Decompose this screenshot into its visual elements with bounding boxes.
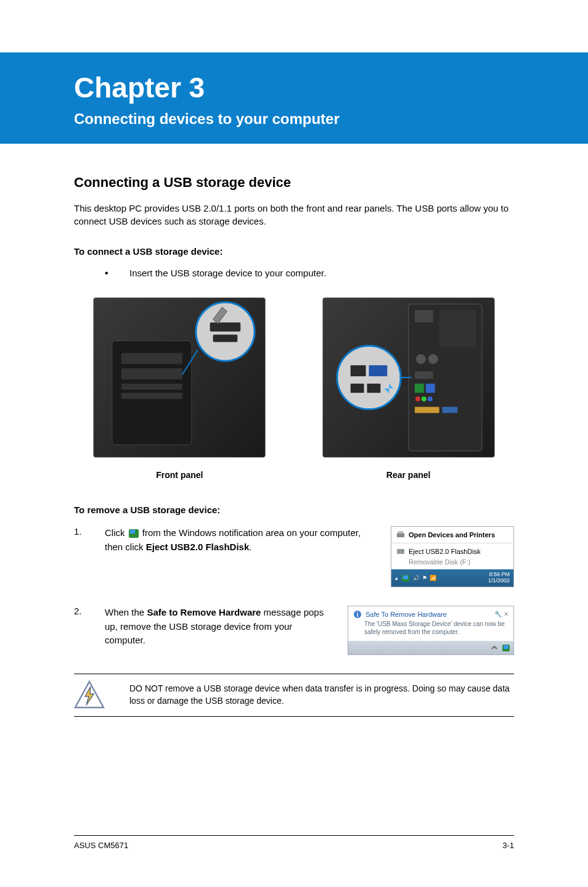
eject-item-label: Eject USB2.0 FlashDisk [409,548,481,555]
safe-remove-image: i Safe To Remove Hardware 🔧 ✕ The 'USB M… [348,606,514,655]
footer-right: 3-1 [502,841,514,850]
svg-rect-1 [121,353,182,364]
svg-point-12 [416,354,426,364]
svg-rect-20 [415,407,439,413]
step-2-bold: Safe to Remove Hardware [147,607,261,617]
lightning-warning-icon [74,680,105,710]
svg-point-19 [427,397,432,402]
printer-icon [396,530,405,539]
svg-rect-21 [442,407,457,413]
rear-panel-image [322,297,495,458]
svg-rect-11 [439,310,476,347]
usb-tray-icon-small [402,575,409,582]
remove-subheading: To remove a USB storage device: [74,505,514,515]
eject-item-row: Eject USB2.0 FlashDisk [391,543,513,557]
footer: ASUS CM5671 3-1 [74,835,514,850]
svg-rect-16 [425,384,435,393]
svg-point-18 [421,397,426,402]
svg-rect-30 [397,549,404,554]
close-icon: ✕ [504,611,508,617]
section-heading: Connecting a USB storage device [74,175,514,191]
tray-date: 1/1/2002 [488,578,510,584]
eject-menu-image: Open Devices and Printers Eject USB2.0 F… [391,526,514,587]
tray-icons: ▴ 🔊 ⚑ 📶 [395,575,436,582]
bullet-dot: • [105,268,129,279]
svg-rect-23 [350,365,365,376]
svg-rect-29 [398,531,403,534]
step-2-text: When the Safe to Remove Hardware message… [105,606,348,648]
open-devices-row: Open Devices and Printers [391,527,513,543]
svg-rect-28 [397,533,404,537]
step-1-before-icon: Click [105,527,128,538]
step-1-row: 1. Click from the Windows notification a… [74,526,514,587]
safe-taskbar [348,641,513,654]
drive-icon [396,547,405,556]
intro-text: This desktop PC provides USB 2.0/1.1 por… [74,202,514,228]
svg-rect-2 [121,368,182,379]
step-1-bold: Eject USB2.0 FlashDisk [146,542,250,552]
svg-rect-10 [415,310,433,323]
svg-rect-26 [367,384,380,393]
panels-row: Front panel [74,297,514,480]
warning-row: DO NOT remove a USB storage device when … [74,674,514,717]
safe-title-row: i Safe To Remove Hardware 🔧 ✕ [348,606,513,620]
eject-taskbar: ▴ 🔊 ⚑ 📶 8:56 PM 1/1/2002 [391,569,513,587]
tray-clock: 8:56 PM 1/1/2002 [488,572,510,584]
volume-icon: 🔊 [413,575,420,581]
warning-text: DO NOT remove a USB storage device when … [129,683,514,707]
usb-tray-icon [129,529,139,538]
step-1-text: Click from the Windows notification area… [105,526,391,554]
svg-rect-15 [415,384,424,393]
content-area: Connecting a USB storage device This des… [0,144,588,717]
step-2-before-bold: When the [105,607,147,617]
front-panel-caption: Front panel [156,470,203,480]
wrench-icon: 🔧 [494,611,502,617]
info-icon: i [353,610,362,619]
safe-title-text: Safe To Remove Hardware [365,611,447,618]
connect-bullet-row: • Insert the USB storage device to your … [74,268,514,279]
footer-left: ASUS CM5671 [74,841,128,850]
connect-subheading: To connect a USB storage device: [74,246,514,257]
step-1-after-bold: . [249,542,251,552]
svg-rect-14 [415,371,433,379]
svg-rect-6 [210,323,241,332]
warning-icon-box [74,680,129,710]
tooltip-buttons: 🔧 ✕ [494,610,508,617]
svg-point-31 [402,551,403,552]
chapter-header: Chapter 3 Connecting devices to your com… [0,52,588,144]
svg-rect-24 [369,365,387,376]
chevron-up-icon [490,643,499,652]
step-1-num: 1. [74,526,105,537]
svg-point-17 [415,397,420,402]
open-devices-label: Open Devices and Printers [409,531,495,538]
chapter-subtitle: Connecting devices to your computer [74,110,563,128]
connect-bullet-text: Insert the USB storage device to your co… [129,268,326,279]
network-icon: 📶 [430,575,436,581]
svg-rect-25 [350,384,364,393]
step-2-num: 2. [74,606,105,616]
front-panel-box: Front panel [74,297,285,480]
usb-tray-icon-small [502,645,510,651]
svg-text:i: i [357,611,359,618]
svg-rect-4 [121,393,182,399]
safe-body-text: The 'USB Mass Storage Device' device can… [348,620,513,641]
chapter-title: Chapter 3 [74,71,563,104]
svg-point-13 [428,354,438,364]
rear-panel-caption: Rear panel [386,470,431,480]
removable-disk-label: Removable Disk (F:) [391,557,513,569]
front-panel-image [93,297,266,458]
svg-point-22 [337,345,401,409]
safe-title-left: i Safe To Remove Hardware [353,610,447,619]
chevron-up-icon: ▴ [395,575,398,581]
step-2-row: 2. When the Safe to Remove Hardware mess… [74,606,514,655]
flag-icon: ⚑ [422,575,427,581]
svg-rect-7 [213,335,238,342]
svg-rect-3 [121,384,182,390]
rear-panel-box: Rear panel [303,297,514,480]
